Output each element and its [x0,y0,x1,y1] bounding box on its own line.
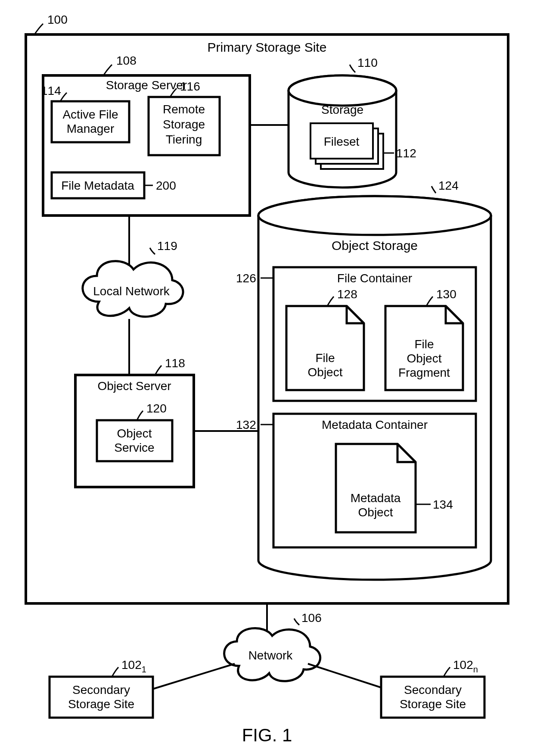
ref-108: 108 [116,54,137,67]
sec-left-l2: Storage Site [68,697,134,711]
storage-title: Storage [321,103,363,116]
rst-l1: Remote [163,103,205,116]
secondary-storage-right: Secondary Storage Site 102n [381,658,484,718]
ref-132: 132 [236,418,256,431]
fof-l3: Fragment [398,366,450,379]
ref-114: 114 [41,84,61,97]
afm-l1: Active File [62,108,118,121]
patent-diagram: Primary Storage Site 100 Storage Server … [0,0,534,756]
file-obj-l2: Object [308,366,343,379]
connector [151,664,235,690]
object-server: Object Server 118 Object Service 120 [75,356,194,487]
fileset-label: Fileset [324,135,360,148]
ref-124: 124 [438,179,459,192]
file-meta-label: File Metadata [61,179,134,192]
ref-100: 100 [47,13,68,26]
file-container-title: File Container [337,272,412,285]
local-network-label: Local Network [93,284,170,298]
meta-obj-l1: Metadata [351,491,401,505]
object-storage: Object Storage 124 File Container 126 Fi… [236,179,491,580]
ref-128: 128 [337,287,357,301]
primary-title: Primary Storage Site [208,40,327,54]
svg-point-6 [289,75,396,106]
file-obj-l1: File [315,351,335,365]
rst-l2: Storage [163,118,205,131]
afm-l2: Manager [67,122,115,135]
svg-point-13 [258,196,491,235]
ref-120: 120 [146,402,167,415]
network-cloud: Network 106 [224,611,322,681]
ref-134: 134 [433,498,453,511]
connector [308,664,388,690]
figure-label: FIG. 1 [242,725,292,745]
metadata-container-title: Metadata Container [322,418,428,431]
secondary-storage-left: Secondary Storage Site 1021 [50,658,153,718]
ref-106: 106 [301,611,322,625]
rst-l3: Tiering [166,133,202,146]
ref-116: 116 [180,80,200,93]
ref-110: 110 [357,56,378,69]
storage-server: Storage Server 108 Active File Manager 1… [41,54,250,216]
ref-118: 118 [165,356,185,370]
obj-svc-l2: Service [114,441,154,454]
ref-102-1: 1021 [121,658,146,674]
fof-l2: Object [407,352,442,365]
fof-l1: File [414,337,434,351]
sec-right-l2: Storage Site [400,697,466,711]
ref-200: 200 [156,179,176,192]
ref-112: 112 [396,147,416,160]
sec-left-l1: Secondary [72,683,130,697]
ref-130: 130 [436,287,456,301]
ref-126: 126 [236,272,256,285]
ref-119: 119 [157,239,177,253]
ref-102-n: 102n [453,658,478,674]
obj-svc-l1: Object [117,427,152,440]
network-label: Network [248,649,293,662]
sec-right-l1: Secondary [404,683,462,697]
meta-obj-l2: Object [358,506,393,519]
object-server-title: Object Server [97,379,171,393]
object-storage-title: Object Storage [332,238,418,253]
